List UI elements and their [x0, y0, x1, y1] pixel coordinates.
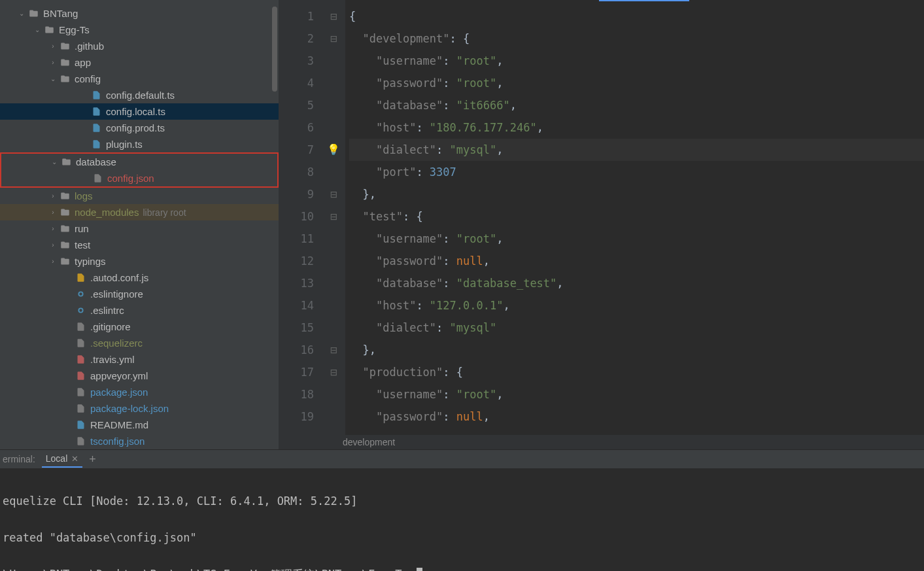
breadcrumb-item[interactable]: development [343, 437, 395, 447]
tree-item-tsconfig-json[interactable]: tsconfig.json [0, 433, 279, 449]
tree-item--github[interactable]: ›.github [0, 38, 279, 54]
tree-item--travis-yml[interactable]: .travis.yml [0, 351, 279, 368]
fold-marker[interactable] [322, 406, 345, 428]
fold-marker[interactable]: ⊟ [322, 5, 345, 27]
lightbulb-icon[interactable]: 💡 [327, 139, 340, 161]
code-line[interactable]: "password": null, [349, 250, 924, 272]
fold-marker[interactable]: ⊟ [322, 183, 345, 205]
tree-item-package-json[interactable]: package.json [0, 384, 279, 400]
chevron-down-icon[interactable]: ⌄ [16, 10, 27, 17]
code-line[interactable]: "username": "root", [349, 228, 924, 250]
line-number[interactable]: 10 [279, 205, 314, 228]
code-line[interactable]: { [349, 5, 924, 27]
fold-marker[interactable] [322, 228, 345, 250]
line-number[interactable]: 4 [279, 72, 314, 94]
close-icon[interactable]: ✕ [71, 454, 78, 464]
line-number[interactable]: 16 [279, 339, 314, 361]
line-number[interactable]: 11 [279, 228, 314, 250]
tree-item-config-local-ts[interactable]: config.local.ts [0, 103, 279, 120]
code-line[interactable]: }, [349, 339, 924, 361]
code-line[interactable]: "host": "127.0.0.1", [349, 294, 924, 317]
line-number[interactable]: 15 [279, 317, 314, 339]
fold-marker[interactable]: ⊟ [322, 205, 345, 228]
line-number[interactable]: 18 [279, 383, 314, 406]
code-line[interactable]: "test": { [349, 205, 924, 228]
tree-item-app[interactable]: ›app [0, 54, 279, 71]
line-number[interactable]: 2 [279, 27, 314, 50]
code-line[interactable]: "host": "180.76.177.246", [349, 116, 924, 139]
fold-marker[interactable] [322, 383, 345, 406]
fold-marker[interactable] [322, 161, 345, 183]
tree-item-config-json[interactable]: config.json [1, 170, 277, 186]
fold-marker[interactable] [322, 116, 345, 139]
tree-item-appveyor-yml[interactable]: appveyor.yml [0, 368, 279, 384]
code-line[interactable]: "password": "root", [349, 72, 924, 94]
line-number[interactable]: 13 [279, 272, 314, 294]
fold-marker[interactable] [322, 272, 345, 294]
code-line[interactable]: "development": { [349, 27, 924, 50]
tree-item--eslintrc[interactable]: .eslintrc [0, 302, 279, 319]
tree-item-config-prod-ts[interactable]: config.prod.ts [0, 120, 279, 136]
code-line[interactable]: "dialect": "mysql" [349, 317, 924, 339]
line-number[interactable]: 7 [279, 139, 314, 161]
code-line[interactable]: "password": null, [349, 406, 924, 428]
tree-item-plugin-ts[interactable]: plugin.ts [0, 136, 279, 152]
chevron-down-icon[interactable]: ⌄ [31, 26, 43, 33]
fold-marker[interactable]: ⊟ [322, 361, 345, 383]
line-number[interactable]: 6 [279, 116, 314, 139]
tree-item--autod-conf-js[interactable]: .autod.conf.js [0, 269, 279, 286]
add-terminal-button[interactable]: + [82, 453, 103, 466]
line-number[interactable]: 5 [279, 94, 314, 116]
terminal-tab-local[interactable]: Local ✕ [42, 451, 82, 468]
terminal-output[interactable]: equelize CLI [Node: 12.13.0, CLI: 6.4.1,… [0, 468, 924, 571]
tree-scrollbar[interactable] [272, 7, 277, 92]
code-line[interactable]: "port": 3307 [349, 161, 924, 183]
fold-marker[interactable] [322, 94, 345, 116]
code-line[interactable]: "dialect": "mysql", [349, 139, 924, 161]
chevron-right-icon[interactable]: › [47, 59, 59, 66]
chevron-down-icon[interactable]: ⌄ [48, 158, 60, 165]
line-number[interactable]: 9 [279, 183, 314, 205]
fold-marker[interactable]: ⊟ [322, 339, 345, 361]
tree-item-logs[interactable]: ›logs [0, 188, 279, 204]
fold-marker[interactable] [322, 50, 345, 72]
line-number[interactable]: 17 [279, 361, 314, 383]
line-number[interactable]: 1 [279, 5, 314, 27]
chevron-right-icon[interactable]: › [47, 241, 59, 249]
tree-item--sequelizerc[interactable]: .sequelizerc [0, 335, 279, 351]
code-line[interactable]: "username": "root", [349, 50, 924, 72]
chevron-right-icon[interactable]: › [47, 209, 59, 216]
tree-item-typings[interactable]: ›typings [0, 253, 279, 269]
tree-item-node_modules[interactable]: ›node_moduleslibrary root [0, 204, 279, 220]
tree-item-test[interactable]: ›test [0, 237, 279, 253]
tree-item--gitignore[interactable]: .gitignore [0, 319, 279, 335]
line-number[interactable]: 14 [279, 294, 314, 317]
line-number[interactable]: 12 [279, 250, 314, 272]
tree-item-bntang[interactable]: ⌄BNTang [0, 5, 279, 22]
tree-item-readme-md[interactable]: README.md [0, 417, 279, 433]
fold-marker[interactable]: ⊟ [322, 27, 345, 50]
line-number[interactable]: 8 [279, 161, 314, 183]
chevron-down-icon[interactable]: ⌄ [47, 75, 59, 82]
tree-item-config-default-ts[interactable]: config.default.ts [0, 87, 279, 103]
chevron-right-icon[interactable]: › [47, 225, 59, 232]
tree-item-config[interactable]: ⌄config [0, 71, 279, 87]
code-line[interactable]: "database": "database_test", [349, 272, 924, 294]
code-line[interactable]: "production": { [349, 361, 924, 383]
code-line[interactable]: "database": "it6666", [349, 94, 924, 116]
code-area[interactable]: { "development": { "username": "root", "… [345, 0, 924, 435]
code-line[interactable]: }, [349, 183, 924, 205]
chevron-right-icon[interactable]: › [47, 43, 59, 50]
tree-item-database[interactable]: ⌄database [1, 154, 277, 170]
chevron-right-icon[interactable]: › [47, 192, 59, 199]
code-line[interactable]: "username": "root", [349, 383, 924, 406]
fold-marker[interactable] [322, 317, 345, 339]
tree-item--eslintignore[interactable]: .eslintignore [0, 286, 279, 302]
breadcrumb[interactable]: development [279, 435, 924, 449]
fold-marker[interactable] [322, 250, 345, 272]
fold-marker[interactable] [322, 294, 345, 317]
fold-marker[interactable] [322, 72, 345, 94]
tree-item-egg-ts[interactable]: ⌄Egg-Ts [0, 22, 279, 38]
fold-marker[interactable]: 💡 [322, 139, 345, 161]
chevron-right-icon[interactable]: › [47, 258, 59, 265]
